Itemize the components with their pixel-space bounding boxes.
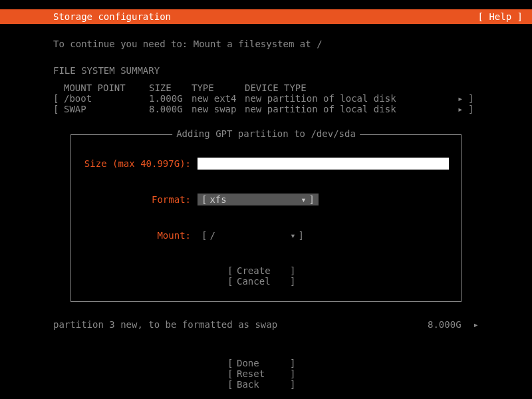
- bracket-left: [: [227, 368, 237, 379]
- format-select[interactable]: [ xfs ▾ ]: [198, 194, 319, 205]
- bracket-right: ]: [468, 104, 479, 114]
- expand-arrow-icon: ▸: [473, 319, 479, 330]
- done-button[interactable]: [ Done ]: [227, 358, 305, 368]
- create-button[interactable]: [ Create ]: [227, 265, 305, 276]
- cell-size: 8.000G: [149, 104, 192, 114]
- format-value: xfs: [207, 194, 301, 205]
- status-row[interactable]: partition 3 new, to be formatted as swap…: [53, 319, 479, 330]
- bracket-left: [: [53, 104, 64, 114]
- cell-device: new partition of local disk: [245, 104, 458, 114]
- back-label: Back: [237, 379, 290, 390]
- col-mount: MOUNT POINT: [64, 82, 149, 93]
- expand-arrow-icon: ▸: [458, 93, 468, 104]
- bracket-left: [: [227, 379, 237, 390]
- cell-mount: SWAP: [64, 104, 149, 114]
- cancel-label: Cancel: [237, 276, 290, 287]
- table-row[interactable]: [ SWAP 8.000G new swap new partition of …: [53, 104, 479, 114]
- page-title: Storage configuration: [53, 11, 171, 22]
- done-label: Done: [237, 358, 290, 368]
- col-type: TYPE: [192, 82, 245, 93]
- bracket-left: [: [201, 194, 207, 205]
- chevron-down-icon: ▾: [290, 230, 295, 241]
- cell-type: new swap: [192, 104, 245, 114]
- create-label: Create: [237, 265, 290, 276]
- bracket-right: ]: [290, 368, 295, 379]
- cell-device: new partition of local disk: [245, 93, 458, 104]
- cell-size: 1.000G: [149, 93, 192, 104]
- dialog-title: Adding GPT partition to /dev/sda: [172, 128, 360, 139]
- mount-label: Mount:: [82, 230, 198, 241]
- table-row[interactable]: [ /boot 1.000G new ext4 new partition of…: [53, 93, 479, 104]
- mount-select[interactable]: [ / ▾ ]: [198, 229, 308, 241]
- bracket-right: ]: [290, 358, 295, 368]
- bracket-left: [: [227, 265, 237, 276]
- size-input[interactable]: [198, 158, 449, 170]
- reset-label: Reset: [237, 368, 290, 379]
- bracket-right: ]: [290, 379, 295, 390]
- back-button[interactable]: [ Back ]: [227, 379, 305, 390]
- bracket-right: ]: [290, 265, 295, 276]
- bracket-right: ]: [290, 276, 295, 287]
- section-title: FILE SYSTEM SUMMARY: [53, 65, 479, 76]
- size-label: Size (max 40.997G):: [82, 158, 198, 169]
- filesystem-table: MOUNT POINT SIZE TYPE DEVICE TYPE [ /boo…: [53, 82, 479, 114]
- reset-button[interactable]: [ Reset ]: [227, 368, 305, 379]
- bracket-left: [: [227, 358, 237, 368]
- bracket-right: ]: [307, 194, 315, 205]
- format-label: Format:: [82, 194, 198, 205]
- expand-arrow-icon: ▸: [458, 104, 468, 114]
- bottom-buttons: [ Done ] [ Reset ] [ Back ]: [0, 358, 532, 390]
- bracket-right: ]: [296, 230, 304, 241]
- col-device: DEVICE TYPE: [245, 82, 458, 93]
- header-bar: Storage configuration [ Help ]: [0, 9, 532, 24]
- cell-mount: /boot: [64, 93, 149, 104]
- bracket-right: ]: [468, 93, 479, 104]
- bracket-left: [: [201, 230, 207, 241]
- chevron-down-icon: ▾: [301, 194, 306, 205]
- bracket-left: [: [227, 276, 237, 287]
- cell-type: new ext4: [192, 93, 245, 104]
- cancel-button[interactable]: [ Cancel ]: [227, 276, 305, 287]
- mount-value: /: [207, 230, 290, 241]
- add-partition-dialog: Adding GPT partition to /dev/sda Size (m…: [70, 134, 462, 302]
- status-size: 8.000G: [428, 319, 462, 330]
- status-text: partition 3 new, to be formatted as swap: [53, 319, 277, 330]
- table-header: MOUNT POINT SIZE TYPE DEVICE TYPE: [53, 82, 479, 93]
- bracket-left: [: [53, 93, 64, 104]
- instruction-text: To continue you need to: Mount a filesys…: [53, 39, 479, 49]
- help-button[interactable]: [ Help ]: [478, 11, 523, 22]
- col-size: SIZE: [149, 82, 192, 93]
